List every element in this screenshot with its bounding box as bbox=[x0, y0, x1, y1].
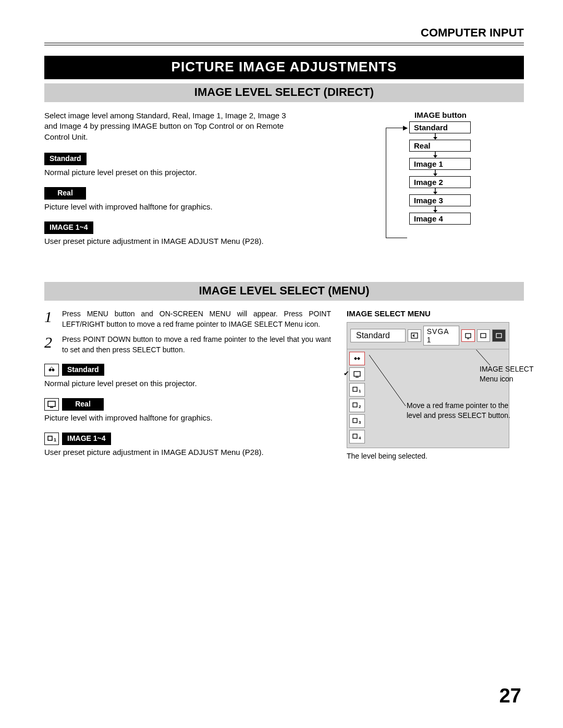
down-arrow-icon bbox=[409, 133, 461, 140]
chip-image14: IMAGE 1~4 bbox=[44, 221, 93, 234]
svg-rect-25 bbox=[354, 372, 360, 376]
svg-rect-31 bbox=[353, 418, 357, 423]
chip-image14-2: IMAGE 1~4 bbox=[62, 433, 111, 445]
down-arrow-icon bbox=[409, 170, 461, 176]
step-text: Press POINT DOWN button to move a red fr… bbox=[62, 335, 331, 355]
checkmark-icon: ✔ bbox=[344, 369, 349, 377]
osd-current: Standard bbox=[350, 329, 406, 342]
menu-right: IMAGE SELECT MENU Standard SVGA 1 bbox=[347, 309, 524, 467]
desc-real-2: Picture level with improved halftone for… bbox=[44, 413, 331, 423]
svg-rect-27 bbox=[353, 387, 357, 391]
direct-section: Select image level among Standard, Real,… bbox=[44, 110, 524, 256]
panel-title: IMAGE SELECT MENU bbox=[347, 309, 524, 318]
menu-section: 1 Press MENU button and ON-SCREEN MENU w… bbox=[44, 309, 524, 467]
step-row: 1 Press MENU button and ON-SCREEN MENU w… bbox=[44, 309, 331, 329]
side-monitor-icon: ✔ bbox=[349, 367, 365, 381]
step-text: Press MENU button and ON-SCREEN MENU wil… bbox=[62, 309, 331, 329]
desc-image14-2: User preset picture adjustment in IMAGE … bbox=[44, 447, 331, 458]
svg-text:1: 1 bbox=[359, 389, 361, 393]
side-preset-3-icon: 3 bbox=[349, 414, 365, 428]
svg-text:1: 1 bbox=[54, 437, 56, 442]
callout-pointer: Move a red frame pointer to the level an… bbox=[407, 401, 516, 421]
chip-standard: Standard bbox=[44, 153, 87, 165]
menu-left: 1 Press MENU button and ON-SCREEN MENU w… bbox=[44, 309, 331, 467]
flow-box: Real bbox=[409, 140, 471, 152]
step-row: 2 Press POINT DOWN button to move a red … bbox=[44, 335, 331, 355]
page-number: 27 bbox=[499, 685, 521, 707]
svg-rect-22 bbox=[496, 334, 501, 338]
desc-real: Picture level with improved halftone for… bbox=[44, 202, 341, 212]
flow-loop-arrow: ▶ bbox=[403, 124, 408, 131]
side-preset-4-icon: 4 bbox=[349, 430, 365, 443]
osd-side: ✔ 1 2 3 4 bbox=[347, 350, 370, 448]
svg-rect-15 bbox=[48, 436, 52, 440]
preset-1-icon: 1 bbox=[44, 433, 59, 445]
adjust-icon bbox=[477, 329, 491, 342]
svg-marker-18 bbox=[412, 334, 414, 337]
chip-standard-2: Standard bbox=[62, 364, 104, 376]
chip-row: Standard bbox=[44, 364, 331, 376]
desc-image14: User preset picture adjustment in IMAGE … bbox=[44, 236, 341, 246]
svg-rect-19 bbox=[466, 334, 471, 338]
page: COMPUTER INPUT PICTURE IMAGE ADJUSTMENTS… bbox=[0, 0, 563, 728]
header-section: COMPUTER INPUT bbox=[44, 26, 524, 40]
flow-box: Standard bbox=[409, 121, 471, 133]
svg-marker-24 bbox=[357, 357, 360, 360]
osd-menu: Standard SVGA 1 bbox=[347, 322, 509, 448]
screen-icon bbox=[492, 329, 506, 342]
chip-row: 1 IMAGE 1~4 bbox=[44, 433, 331, 445]
flow-box: Image 1 bbox=[409, 158, 471, 170]
side-preset-1-icon: 1 bbox=[349, 383, 365, 397]
flow-box: Image 4 bbox=[409, 213, 471, 225]
svg-text:4: 4 bbox=[359, 436, 361, 440]
panel-caption: The level being selected. bbox=[347, 451, 524, 461]
desc-standard-2: Normal picture level preset on this proj… bbox=[44, 378, 331, 389]
svg-marker-10 bbox=[48, 368, 52, 372]
side-diamonds-icon bbox=[349, 352, 365, 365]
flow-title: IMAGE button bbox=[357, 110, 524, 119]
input-icon bbox=[408, 329, 421, 342]
svg-rect-21 bbox=[481, 334, 486, 338]
side-preset-2-icon: 2 bbox=[349, 399, 365, 412]
flow-loop-line bbox=[386, 128, 407, 238]
direct-heading: IMAGE LEVEL SELECT (DIRECT) bbox=[44, 83, 524, 102]
step-number: 1 bbox=[44, 309, 55, 325]
chip-real: Real bbox=[44, 187, 86, 200]
svg-text:3: 3 bbox=[359, 420, 361, 425]
down-arrow-icon bbox=[409, 188, 461, 194]
image-select-icon bbox=[461, 329, 475, 342]
flow-box: Image 2 bbox=[409, 176, 471, 188]
desc-standard: Normal picture level preset on this proj… bbox=[44, 167, 341, 178]
page-title: PICTURE IMAGE ADJUSTMENTS bbox=[44, 56, 524, 79]
svg-text:2: 2 bbox=[359, 404, 361, 409]
diamonds-icon bbox=[44, 364, 59, 376]
step-number: 2 bbox=[44, 335, 55, 350]
down-arrow-icon bbox=[409, 206, 461, 213]
svg-rect-13 bbox=[48, 401, 55, 406]
chip-row: Real bbox=[44, 398, 331, 411]
down-arrow-icon bbox=[409, 152, 461, 158]
svg-marker-11 bbox=[52, 368, 55, 372]
osd-mode: SVGA 1 bbox=[423, 326, 459, 346]
flow-diagram: ▶ Standard Real Image 1 Image 2 Image 3 … bbox=[388, 121, 487, 225]
menu-heading: IMAGE LEVEL SELECT (MENU) bbox=[44, 282, 524, 301]
chip-real-2: Real bbox=[62, 398, 104, 411]
svg-rect-33 bbox=[353, 434, 357, 438]
svg-marker-23 bbox=[354, 357, 357, 360]
direct-intro: Select image level among Standard, Real,… bbox=[44, 110, 289, 142]
double-rule bbox=[44, 43, 524, 45]
osd-top-bar: Standard SVGA 1 bbox=[347, 323, 509, 350]
direct-right: IMAGE button ▶ Standard Real Image 1 Ima… bbox=[357, 110, 524, 256]
monitor-icon bbox=[44, 398, 59, 411]
flow-box: Image 3 bbox=[409, 194, 471, 206]
svg-line-36 bbox=[369, 355, 406, 406]
direct-left: Select image level among Standard, Real,… bbox=[44, 110, 341, 256]
svg-rect-29 bbox=[353, 403, 357, 407]
